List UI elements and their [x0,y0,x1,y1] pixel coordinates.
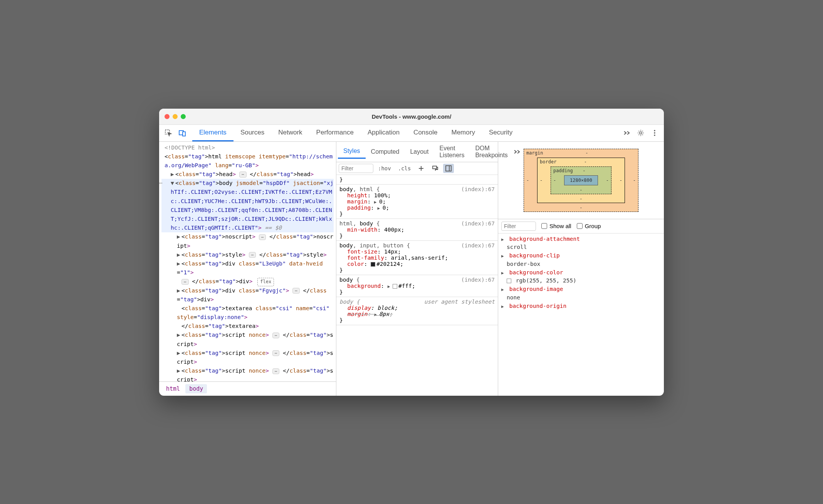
svg-point-6 [654,134,655,136]
device-mode-icon[interactable] [176,127,188,139]
svg-rect-7 [433,166,437,169]
svg-rect-8 [446,166,451,171]
tab-sources[interactable]: Sources [233,125,271,141]
margin-label: margin [526,150,543,156]
main-tabs: ElementsSourcesNetworkPerformanceApplica… [192,125,619,141]
crumb-body[interactable]: body [185,384,207,393]
elements-panel: <!DOCTYPE html><class="tag">html itemsco… [159,142,336,396]
styles-filter-input[interactable] [339,164,373,173]
titlebar: DevTools - www.google.com/ [159,109,664,125]
padding-label: padding [553,168,573,173]
new-rule-icon[interactable] [415,164,427,173]
tab-performance[interactable]: Performance [309,125,361,141]
style-rule[interactable]: } [336,175,498,185]
dom-child[interactable]: ▶<class="tag">div class="Fgvgjc"> ⋯ </cl… [161,286,334,304]
sub-tabs: StylesComputedLayoutEvent ListenersDOM B… [336,142,498,162]
style-rule[interactable]: body, html {(index):67height: 100%;margi… [336,185,498,219]
hov-button[interactable]: :hov [376,165,393,172]
crumb-html[interactable]: html [162,384,184,393]
window-title: DevTools - www.google.com/ [159,113,664,120]
subtab-layout[interactable]: Layout [405,145,434,158]
group-checkbox[interactable]: Group [577,223,601,229]
tab-elements[interactable]: Elements [192,125,233,141]
computed-toolbar: Show all Group [498,219,664,234]
computed-list[interactable]: ▶ background-attachmentscroll▶ backgroun… [498,234,664,396]
dom-child[interactable]: ▶<class="tag">noscript> ⋯ </class="tag">… [161,232,334,250]
tab-security[interactable]: Security [482,125,519,141]
kebab-menu-icon[interactable] [648,127,661,139]
dom-child[interactable]: <class="tag">textarea class="csi" name="… [161,304,334,322]
computed-panel: margin - - - - border - - - - padding [498,142,664,396]
subtab-styles[interactable]: Styles [338,144,366,159]
style-rules[interactable]: }body, html {(index):67height: 100%;marg… [336,175,498,396]
devtools-window: DevTools - www.google.com/ ElementsSourc… [159,109,664,396]
dom-child[interactable]: ▶<class="tag">script nonce> ⋯ </class="t… [161,349,334,366]
dom-tree[interactable]: <!DOCTYPE html><class="tag">html itemsco… [159,142,336,381]
head-line[interactable]: ▶<class="tag">head> ⋯ </class="tag">head… [161,170,334,179]
cls-button[interactable]: .cls [396,165,413,172]
content: <!DOCTYPE html><class="tag">html itemsco… [159,142,664,396]
show-all-checkbox[interactable]: Show all [541,223,571,229]
settings-icon[interactable] [635,127,647,139]
content-size: 1280×800 [564,175,598,185]
svg-point-4 [654,130,655,131]
more-tabs-icon[interactable] [621,127,633,139]
box-model[interactable]: margin - - - - border - - - - padding [498,142,664,219]
computed-prop[interactable]: ▶ background-origin [501,302,661,311]
dom-child[interactable]: </class="tag">textarea> [161,322,334,331]
tab-console[interactable]: Console [406,125,444,141]
dom-child[interactable]: ▶<class="tag">div class="L3eUgb" data-hv… [161,259,334,277]
svg-point-3 [640,132,642,134]
computed-prop[interactable]: ▶ background-clipborder-box [501,252,661,269]
breadcrumb: htmlbody [159,381,336,396]
main-toolbar: ElementsSourcesNetworkPerformanceApplica… [159,125,664,142]
body-open[interactable]: ▼<class="tag">body jsmodel="hspDDf" jsac… [161,179,334,232]
dom-child[interactable]: ▶<class="tag">script nonce> ⋯ </class="t… [161,331,334,348]
computed-prop[interactable]: ▶ background-color rgb(255, 255, 255) [501,269,661,286]
computed-filter-input[interactable] [501,222,536,231]
paint-icon[interactable] [429,164,441,173]
svg-point-5 [654,132,655,134]
dom-child[interactable]: ⋯ </class="tag">div> flex [161,277,334,286]
style-rule[interactable]: html, body {(index):67min-width: 400px;} [336,219,498,241]
style-rule[interactable]: body {user agent stylesheetdisplay: bloc… [336,297,498,325]
inspect-icon[interactable] [162,127,175,139]
doctype-line[interactable]: <!DOCTYPE html> [161,143,334,152]
tab-network[interactable]: Network [271,125,309,141]
computed-toggle-icon[interactable] [443,164,454,173]
tab-memory[interactable]: Memory [444,125,482,141]
dom-child[interactable]: ▶<class="tag">script nonce> ⋯ </class="t… [161,366,334,381]
style-rule[interactable]: body {(index):67background: ▶ #fff;} [336,275,498,297]
dom-child[interactable]: ▶<class="tag">style> ⋯ </class="tag">sty… [161,250,334,259]
border-label: border [540,159,556,165]
styles-toolbar: :hov .cls [336,162,498,175]
tab-application[interactable]: Application [361,125,406,141]
styles-panel: StylesComputedLayoutEvent ListenersDOM B… [336,142,498,396]
computed-prop[interactable]: ▶ background-attachmentscroll [501,235,661,252]
style-rule[interactable]: body, input, button {(index):67font-size… [336,241,498,275]
html-open[interactable]: <class="tag">html itemscope itemtype="ht… [161,152,334,170]
computed-prop[interactable]: ▶ background-imagenone [501,285,661,302]
subtab-event-listeners[interactable]: Event Listeners [434,142,470,162]
subtab-computed[interactable]: Computed [366,145,405,158]
svg-rect-2 [183,132,185,136]
